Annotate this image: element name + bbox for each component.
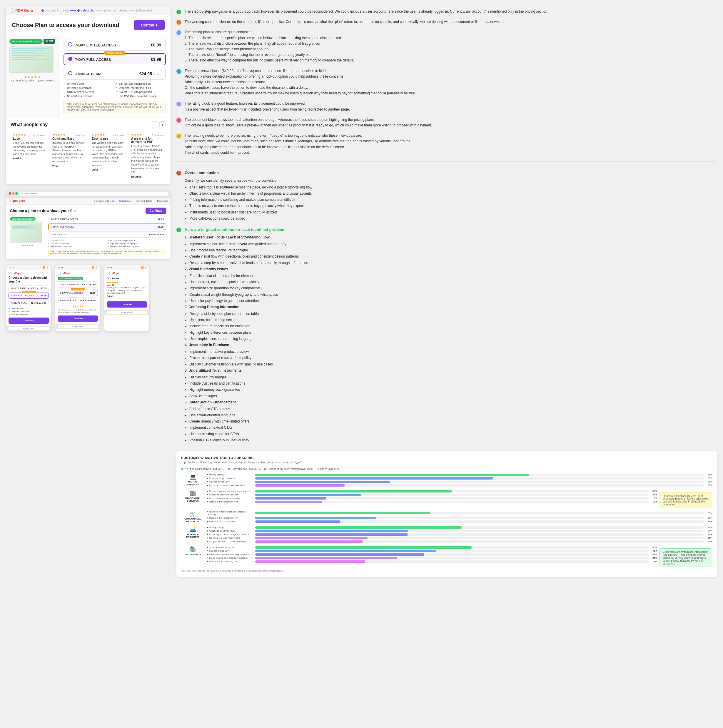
chart-legend: No financial incentives (avg. 49%) Conve…: [181, 468, 712, 470]
sm-feature: ✓ Organize, reorder PDF pages: [108, 242, 167, 245]
mobile-continue-1[interactable]: Continue: [9, 318, 49, 324]
bar-value: 43%: [650, 553, 657, 556]
sm-plan-full[interactable]: 7-DAY FULL ACCESS $1.99: [48, 223, 167, 230]
features-grid: ✓ Unlimited edits ✓ Edit text and images…: [64, 82, 166, 98]
mobile-addr-3: e.pdfguru.com: [107, 311, 147, 314]
continue-button[interactable]: Continue: [134, 20, 165, 30]
sm-doc-badge: Your document is ready!: [10, 217, 35, 220]
bar-track: [255, 474, 704, 476]
reviews-section: What people say ‹ › ★★★★★ 4 hours ago Lo…: [6, 118, 171, 184]
bar-value: 27%: [650, 493, 657, 496]
mobile-plan-limited-1[interactable]: 7-DAY LIMITED ACCESS $0.99: [9, 285, 49, 291]
solution-item: Add strategic CTA buttons: [190, 406, 308, 412]
legend-item-3: Other (avg. 29%): [316, 468, 341, 470]
mobile-bottom-1: e.pdfguru.com: [6, 326, 51, 331]
plan-indicator-3: [68, 71, 72, 75]
review-prev-button[interactable]: ‹: [152, 121, 158, 128]
bar-label: ● No need to remember about regular orde…: [207, 511, 254, 516]
bar-row: ● No need to remember about regular orde…: [207, 511, 712, 516]
mobile-plan-annual-2[interactable]: ANNUAL PLAN $24.95 /month: [58, 297, 98, 303]
mobile-plan-full-2[interactable]: Most Popular 7-DAY FULL ACCESS $1.99: [58, 290, 98, 296]
plan-header: Choose Plan to access your download Cont…: [6, 15, 171, 35]
sm-plan-limited[interactable]: 7-DAY LIMITED ACCESS $0.99: [48, 216, 167, 222]
bar-fill: [255, 530, 408, 532]
bar-fill: [255, 560, 365, 563]
bar-fill: [255, 526, 462, 529]
chart-subtitle: Top5 factors influencing customers' deci…: [181, 461, 712, 464]
bar-track: [255, 526, 704, 529]
annotation-6: The heading needs to be more precise; us…: [176, 133, 717, 156]
mobile-logo-2: 📄 pdf guru: [55, 270, 100, 276]
plan-price-1: €0.99: [151, 43, 161, 47]
mobile-content-1: Choose a plan to download your file 7-DA…: [6, 276, 51, 326]
bar-label: ● Access as a premium customer: [207, 497, 254, 500]
category-ecommerce: 🛍️ E-COMMERCE: [181, 546, 205, 556]
sm-doc-line: [12, 227, 29, 228]
annotation-dot-3: [176, 69, 181, 74]
solution-item: Create visual flow with directional cues…: [190, 254, 308, 259]
category-label-consumable: CONSUMABLEPRODUCTS: [184, 517, 201, 523]
plan-card-limited[interactable]: 7-DAY LIMITED ACCESS €0.99: [64, 39, 166, 51]
bar-track: [255, 497, 649, 500]
solution-item: Highlight money-back guarantee: [190, 387, 308, 393]
bar-fill: [255, 517, 376, 519]
step-dot-1: [41, 9, 44, 12]
mobile-review-title: Love it!: [107, 284, 147, 286]
sm-plan-annual[interactable]: ANNUAL PLAN $24.95/month: [48, 231, 167, 237]
bars-ecommerce: ● Special offers/discounts 55% ● Savings…: [207, 546, 657, 564]
step-line-3: [129, 10, 135, 11]
mobile-status-2: 17:35 📶 🔋: [55, 265, 100, 270]
chart-row-consumable: 🛒 CONSUMABLEPRODUCTS ● No need to rememb…: [181, 511, 712, 524]
check-icon: ✓: [64, 90, 66, 93]
conclusion-item: Objects lack a clear visual hierarchy in…: [190, 191, 312, 196]
legend-item-1: Convenience (avg. 33%): [228, 468, 261, 470]
chart-row-traditional: 🏬 TRADITIONALSERVICES ● No need to remem…: [181, 490, 712, 508]
mobile-plan-full-1[interactable]: Most Popular 7-DAY FULL ACCESS $1.99: [9, 292, 49, 299]
chart-note-traditional: Financial incentives are 1.6x more impor…: [659, 492, 712, 508]
mobile-plan-limited-2[interactable]: 7-DAY LIMITED ACCESS $0.99: [58, 281, 98, 288]
bar-fill: [255, 494, 361, 496]
bar-track: [255, 533, 704, 536]
bar-row: ● Cost of a single purchase 53%: [207, 477, 712, 480]
bar-track: [255, 537, 704, 539]
chart-row-digital: 💻 DIGITALSERVICES ● Money saving 61%: [181, 473, 712, 488]
review-body-2: The website was very easy to navigate an…: [92, 141, 124, 167]
solution-item: Implement a clear, linear page layout wi…: [190, 242, 308, 247]
bars-digital: ● Money saving 61% ● Cost of a single pu…: [207, 473, 712, 488]
browser-nav-sm: e.pdfguru.com: [6, 190, 171, 197]
plans-section: 7-DAY LIMITED ACCESS €0.99 Most Popular …: [59, 35, 171, 118]
bar-row: ● Desire to try something new 27%: [207, 517, 712, 519]
bar-value: 24%: [705, 540, 712, 543]
bar-label: ● Special offers/discounts: [207, 546, 254, 549]
review-body-0: Thank you for this website. I enjoyed it…: [13, 141, 45, 156]
solution-item: Use color psychology to guide user atten…: [190, 298, 308, 304]
reviews-header: What people say ‹ ›: [11, 121, 166, 128]
bar-track: [255, 560, 649, 563]
mobile-status-3: 17:35 📶 🔋: [104, 265, 149, 270]
review-stars-0: ★★★★★: [13, 133, 26, 136]
chart-note-ecommerce: Customers are even more interested in fr…: [659, 548, 712, 567]
bar-label: ● Access to advanced functionalities: [207, 484, 254, 486]
conclusion-title: Overall conclusion: [185, 170, 312, 176]
mobile-plan-annual-1[interactable]: ANNUAL PLAN $24.95 /month: [9, 300, 49, 306]
plan-content: Your document is ready! XLSX: [6, 35, 171, 118]
sm-features: ✓ Unlimited edits ✓ Edit text and images…: [48, 239, 167, 248]
plan-card-full[interactable]: Most Popular 7-DAY FULL ACCESS €1.99: [64, 53, 166, 65]
step-line-1: [70, 10, 76, 11]
mobile-continue-2[interactable]: Continue: [58, 315, 98, 322]
solution-item: Include feature checklists for each plan: [190, 323, 308, 329]
bar-track: [255, 501, 649, 503]
bar-row: ● Desire to try something new 17%: [207, 500, 657, 503]
plan-card-annual[interactable]: ANNUAL PLAN €24.95 /month: [64, 67, 166, 80]
mobile-continue-3[interactable]: Continue: [107, 301, 147, 307]
feature-item: ✓ Edit text and images to PDF: [115, 82, 166, 85]
sm-feature: ✓ Multi-format conversion: [48, 245, 107, 248]
sm-doc-line: [12, 224, 38, 224]
bar-row: ● Savings on delivery 30%: [207, 480, 712, 483]
review-next-button[interactable]: ›: [159, 121, 166, 128]
sm-continue-btn[interactable]: Continue: [145, 208, 167, 214]
conclusion-item: The user's focus is scattered across the…: [190, 185, 312, 190]
rating-block: ★★★★½ 4.5 out of 5 based on 13,584 revie…: [9, 75, 55, 82]
solution-item: Design a side-by-side plan comparison ta…: [190, 311, 308, 317]
sm-rating: ★★★★★: [10, 244, 45, 247]
